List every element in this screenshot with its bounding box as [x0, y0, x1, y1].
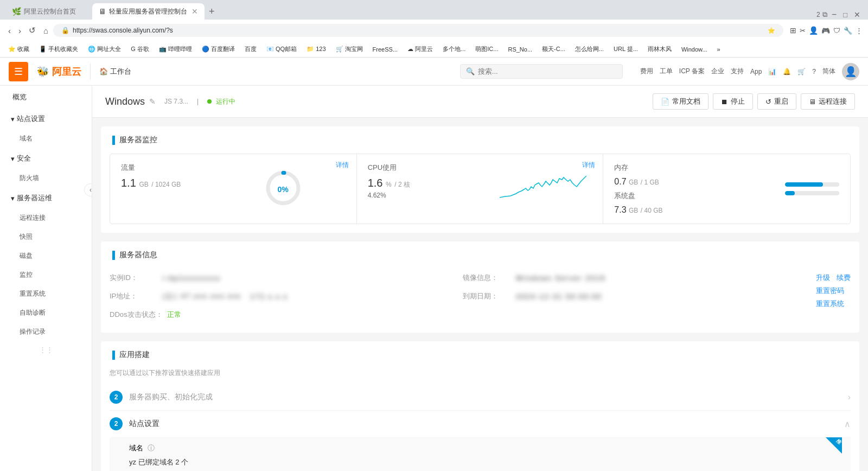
window-restore-btn[interactable]: ⧉ — [822, 10, 827, 19]
sidebar-security-header[interactable]: ▾ 安全 — [0, 148, 92, 169]
logo[interactable]: 🐝 阿里云 — [37, 65, 81, 78]
user-avatar[interactable]: 👤 — [842, 63, 859, 80]
sidebar-item-ops-log[interactable]: 操作记录 — [0, 322, 92, 341]
user-btn[interactable]: 👤 — [809, 26, 818, 35]
reset-system-link[interactable]: 重置系统 — [816, 299, 844, 309]
bookmark-aliyun[interactable]: ☁ 阿里云 — [405, 44, 436, 54]
browser-tab-active[interactable]: 🖥 轻量应用服务器管理控制台 ✕ — [92, 3, 205, 20]
cut-btn[interactable]: ✂ — [800, 27, 806, 35]
menu-button[interactable]: ☰ — [9, 62, 28, 81]
sidebar-server-ops-header[interactable]: ▾ 服务器运维 — [0, 188, 92, 208]
server-info-icon: ▐ — [110, 251, 115, 259]
home-btn[interactable]: ⌂ — [41, 24, 51, 37]
nav-divider — [90, 63, 91, 80]
browser-tab-inactive[interactable]: 🌿 阿里云控制台首页 — [5, 3, 92, 20]
sidebar-item-firewall[interactable]: 防火墙 — [0, 169, 92, 188]
bookmark-more[interactable]: » — [714, 45, 723, 54]
nav-cart-icon[interactable]: 🛒 — [797, 68, 806, 75]
nav-icp-link[interactable]: ICP 备案 — [679, 67, 705, 76]
step-label-1: 服务器购买、初始化完成 — [129, 392, 841, 402]
step-2-wrapper: 2 站点设置 ∧ 域名 ⓘ 推 — [110, 411, 851, 471]
step-chevron-2[interactable]: ∧ — [844, 419, 851, 429]
window-close-btn[interactable]: ✕ — [852, 10, 863, 19]
bookmark-google[interactable]: G 谷歌 — [128, 44, 152, 54]
bookmark-win[interactable]: Window... — [679, 45, 710, 54]
bookmark-item[interactable]: ⭐ 收藏 — [5, 44, 32, 54]
nav-help-icon[interactable]: ? — [812, 68, 816, 75]
sidebar-item-monitor[interactable]: 监控 — [0, 265, 92, 284]
nav-support-link[interactable]: 支持 — [731, 67, 744, 76]
sidebar-site-settings-header[interactable]: ▾ 站点设置 — [0, 109, 92, 129]
sidebar-drag-handle[interactable]: ⋮⋮ — [0, 341, 92, 358]
traffic-detail-link[interactable]: 详情 — [336, 161, 349, 170]
bookmark-bili[interactable]: 📺 哔哩哔哩 — [156, 44, 195, 54]
sidebar-item-reset-system[interactable]: 重置系统 — [0, 284, 92, 303]
sidebar-site-settings-label: 站点设置 — [17, 114, 45, 124]
sidebar-group-server-ops: ▾ 服务器运维 远程连接 快照 磁盘 监控 重置系统 — [0, 188, 92, 341]
bookmark-etian[interactable]: 额天-C... — [539, 44, 568, 54]
browser-tab-close-btn[interactable]: ✕ — [192, 7, 198, 16]
bookmark-baidu[interactable]: 百度 — [242, 44, 259, 54]
docs-btn[interactable]: 📄 常用文档 — [653, 93, 709, 110]
bookmark-123[interactable]: 📁 123 — [304, 44, 328, 54]
cpu-card: CPU使用 1.6 % / 2 核 4.62% 详情 — [357, 154, 604, 224]
step-num-2: 2 — [110, 417, 123, 430]
bookmark-multi[interactable]: 多个地... — [440, 44, 468, 54]
sidebar-item-self-diagnose[interactable]: 自助诊断 — [0, 303, 92, 322]
window-maximize-btn[interactable]: □ — [841, 11, 850, 19]
monitor-section: ▐ 服务器监控 流量 1.1 GB / 1024 GB 详情 — [101, 126, 859, 233]
game-btn[interactable]: 🎮 — [821, 27, 830, 35]
search-bar[interactable]: 🔍 — [460, 64, 623, 79]
remote-connect-btn[interactable]: 🖥 远程连接 — [801, 93, 855, 110]
traffic-card: 流量 1.1 GB / 1024 GB 详情 — [110, 154, 357, 224]
step-chevron-1[interactable]: › — [848, 392, 851, 402]
bookmark-mobile[interactable]: 📱 手机收藏夹 — [36, 44, 81, 54]
upgrade-link[interactable]: 升级 — [816, 273, 830, 283]
nav-app-link[interactable]: App — [750, 68, 762, 75]
sidebar-item-disk[interactable]: 磁盘 — [0, 246, 92, 265]
search-input[interactable] — [478, 67, 617, 75]
nav-cost-link[interactable]: 费用 — [640, 67, 653, 76]
settings-btn[interactable]: ⋮ — [856, 27, 863, 35]
sidebar-item-snapshot[interactable]: 快照 — [0, 227, 92, 246]
reboot-btn[interactable]: ↺ 重启 — [757, 93, 796, 110]
address-bar[interactable]: 🔒 https://swas.console.aliyun.com/?s ⭐ — [53, 24, 783, 37]
bookmark-how[interactable]: 怎么给网... — [572, 44, 607, 54]
app-container: ☰ 🐝 阿里云 🏠 工作台 🔍 费用 工单 ICP 备案 企业 支持 App 📊… — [0, 58, 868, 471]
sidebar-item-domain[interactable]: 域名 — [0, 129, 92, 148]
reload-btn[interactable]: ↺ — [26, 24, 39, 37]
nav-enterprise-link[interactable]: 企业 — [711, 67, 724, 76]
tool-btn[interactable]: 🔧 — [844, 27, 852, 35]
reset-pwd-link[interactable]: 重置密码 — [816, 286, 844, 296]
browser-tab-inactive-title: 阿里云控制台首页 — [24, 7, 86, 16]
window-minimize-btn[interactable]: − — [829, 10, 839, 20]
nav-lang-icon[interactable]: 简体 — [822, 67, 835, 76]
renew-link[interactable]: 续费 — [837, 273, 851, 283]
home-link[interactable]: 🏠 工作台 — [99, 67, 131, 77]
sidebar-item-remote-connect[interactable]: 远程连接 — [0, 208, 92, 227]
sidebar-item-overview[interactable]: 概览 — [0, 86, 92, 109]
bookmark-freess[interactable]: FreeSS... — [370, 45, 400, 54]
bookmark-yulin[interactable]: 雨林木风 — [645, 44, 674, 54]
cpu-detail-link[interactable]: 详情 — [582, 161, 595, 170]
forward-btn[interactable]: › — [16, 24, 24, 37]
nav-bell-icon[interactable]: 🔔 — [783, 68, 791, 75]
extensions-btn[interactable]: ⊞ — [790, 26, 796, 35]
new-tab-button[interactable]: + — [205, 6, 219, 17]
nav-ticket-link[interactable]: 工单 — [660, 67, 673, 76]
edit-title-btn[interactable]: ✎ — [149, 97, 156, 106]
memory-bars — [785, 165, 839, 213]
bookmark-meng[interactable]: 萌图IC... — [473, 44, 501, 54]
step-item-2: 2 站点设置 ∧ — [110, 411, 851, 437]
stop-btn[interactable]: ⏹ 停止 — [713, 93, 753, 110]
nav-monitor-icon[interactable]: 📊 — [768, 68, 776, 75]
shield-btn[interactable]: 🛡 — [833, 27, 840, 35]
bookmark-url[interactable]: URL 提... — [611, 44, 641, 54]
bookmark-sites[interactable]: 🌐 网址大全 — [85, 44, 124, 54]
bookmark-qq[interactable]: 📧 QQ邮箱 — [264, 44, 299, 54]
bookmark-translate[interactable]: 🔵 百度翻译 — [199, 44, 238, 54]
bookmark-rs[interactable]: RS_No... — [505, 45, 535, 54]
bookmark-taobao[interactable]: 🛒 淘宝网 — [333, 44, 366, 54]
address-bar-icon: ⭐ — [768, 27, 775, 34]
back-btn[interactable]: ‹ — [5, 24, 14, 37]
